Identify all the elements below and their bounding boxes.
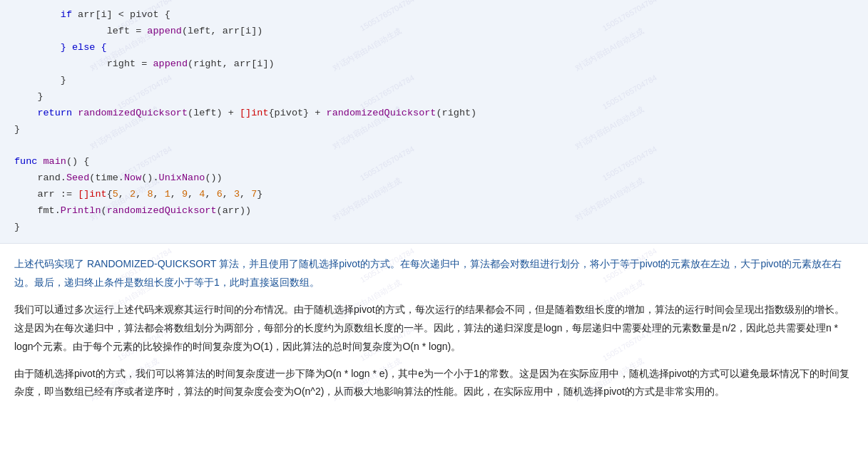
code-line-14: } <box>0 220 868 236</box>
code-line-12: arr := []int{5, 2, 8, 1, 9, 4, 6, 3, 7} <box>0 187 868 203</box>
code-line-4: right = append(right, arr[i]) <box>0 56 868 73</box>
code-line-6: } <box>0 89 868 105</box>
paragraph-1: 上述代码实现了 RANDOMIZED-QUICKSORT 算法，并且使用了随机选… <box>14 255 854 292</box>
code-line-13: fmt.Println(randomizedQuicksort(arr)) <box>0 203 868 220</box>
code-line-2: left = append(left, arr[i]) <box>0 24 868 40</box>
paragraph-2: 我们可以通过多次运行上述代码来观察其运行时间的分布情况。由于随机选择pivot的… <box>14 301 854 356</box>
code-line-3: } else { <box>0 40 868 56</box>
code-line-11: rand.Seed(time.Now().UnixNano()) <box>0 170 868 187</box>
main-container: 15051765704784 15051765704784 1505176570… <box>0 0 868 417</box>
paragraph-3: 由于随机选择pivot的方式，我们可以将算法的时间复杂度进一步下降为O(n * … <box>14 365 854 402</box>
code-line-5: } <box>0 73 868 89</box>
code-line-1: if arr[i] < pivot { <box>0 7 868 24</box>
code-line-7: return randomizedQuicksort(left) + []int… <box>0 105 868 122</box>
text-section: 15051765704784 15051765704784 1505176570… <box>0 244 868 417</box>
code-line-8: } <box>0 122 868 138</box>
code-line-9 <box>0 138 868 155</box>
code-block: 15051765704784 15051765704784 1505176570… <box>0 0 868 244</box>
code-line-10: func main() { <box>0 154 868 170</box>
